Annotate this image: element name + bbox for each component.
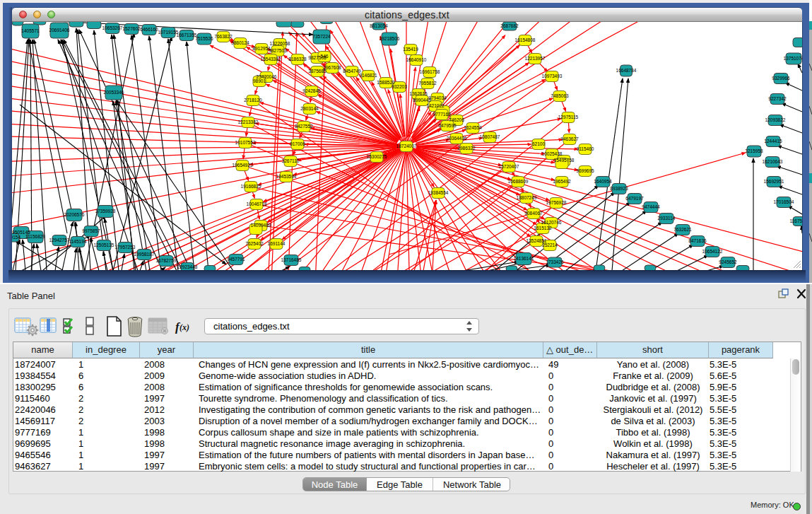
svg-text:9084067: 9084067 xyxy=(524,211,543,216)
svg-text:16671355: 16671355 xyxy=(177,33,197,37)
svg-text:18724007: 18724007 xyxy=(396,144,417,148)
svg-text:1405571: 1405571 xyxy=(21,28,40,33)
svg-text:6466160: 6466160 xyxy=(140,27,158,32)
svg-text:16648784: 16648784 xyxy=(616,68,637,73)
svg-text:9457791: 9457791 xyxy=(227,257,245,262)
svg-text:8454749: 8454749 xyxy=(343,69,361,74)
svg-text:10046718: 10046718 xyxy=(247,201,267,206)
svg-text:7625402: 7625402 xyxy=(245,241,264,246)
svg-text:9242845: 9242845 xyxy=(302,88,321,93)
svg-text:9329966: 9329966 xyxy=(772,76,790,81)
svg-text:1167535: 1167535 xyxy=(790,218,802,223)
svg-text:13751074: 13751074 xyxy=(784,56,802,61)
svg-text:3875685: 3875685 xyxy=(308,69,326,74)
svg-text:25300275: 25300275 xyxy=(367,154,387,159)
svg-text:1244415: 1244415 xyxy=(764,139,782,144)
svg-text:62100: 62100 xyxy=(532,141,545,146)
svg-text:2718120: 2718120 xyxy=(244,98,262,103)
svg-text:19958187: 19958187 xyxy=(134,252,155,257)
svg-text:9827503: 9827503 xyxy=(269,48,287,53)
svg-text:7955812: 7955812 xyxy=(418,81,437,86)
svg-text:9474444: 9474444 xyxy=(642,204,660,209)
svg-text:12093822: 12093822 xyxy=(765,117,786,122)
svg-text:7515526: 7515526 xyxy=(195,36,213,41)
svg-text:15720407: 15720407 xyxy=(499,164,519,169)
svg-text:16782759: 16782759 xyxy=(156,258,177,263)
svg-text:14136141: 14136141 xyxy=(514,256,534,261)
svg-text:9794034: 9794034 xyxy=(428,95,447,100)
svg-text:7632621: 7632621 xyxy=(673,227,692,232)
svg-text:917006: 917006 xyxy=(290,141,305,146)
svg-text:1615132: 1615132 xyxy=(534,226,552,230)
svg-text:19218506: 19218506 xyxy=(379,36,400,41)
svg-text:746206: 746206 xyxy=(449,117,464,122)
svg-text:13226058: 13226058 xyxy=(270,41,290,46)
svg-text:16961758: 16961758 xyxy=(420,69,440,74)
svg-text:12505135: 12505135 xyxy=(94,243,114,247)
svg-text:98901: 98901 xyxy=(253,78,266,83)
svg-text:8938923: 8938923 xyxy=(610,186,628,191)
svg-text:3215958: 3215958 xyxy=(745,148,763,153)
svg-text:17016504: 17016504 xyxy=(774,199,794,204)
svg-text:9146821: 9146821 xyxy=(359,73,377,78)
svg-text:15495758: 15495758 xyxy=(554,158,575,163)
svg-text:932203: 932203 xyxy=(392,84,407,89)
svg-text:8471636: 8471636 xyxy=(688,238,707,243)
svg-text:1421022: 1421022 xyxy=(426,103,445,108)
svg-text:20364436: 20364436 xyxy=(447,136,467,141)
svg-text:10807487: 10807487 xyxy=(480,134,500,139)
svg-text:10688609: 10688609 xyxy=(508,179,529,184)
svg-text:546: 546 xyxy=(321,54,329,59)
svg-text:19453594: 19453594 xyxy=(276,174,297,179)
svg-text:(x): (x) xyxy=(180,322,189,332)
svg-text:8427552: 8427552 xyxy=(295,124,313,129)
svg-text:10654122: 10654122 xyxy=(702,249,723,254)
svg-text:10025438: 10025438 xyxy=(542,151,563,156)
svg-text:2803144: 2803144 xyxy=(300,106,319,111)
svg-text:9463627: 9463627 xyxy=(560,136,579,141)
svg-text:19756928: 19756928 xyxy=(546,200,567,205)
svg-text:1362615: 1362615 xyxy=(409,91,428,96)
svg-text:8186328: 8186328 xyxy=(288,57,307,62)
svg-text:12923448: 12923448 xyxy=(177,264,198,269)
svg-text:1640954: 1640954 xyxy=(594,179,612,184)
svg-text:14099489: 14099489 xyxy=(251,223,271,228)
svg-text:1691144: 1691144 xyxy=(268,241,286,246)
svg-text:9115460: 9115460 xyxy=(577,146,594,151)
svg-text:18807249: 18807249 xyxy=(517,195,537,200)
svg-text:9245652: 9245652 xyxy=(719,259,737,264)
svg-text:252214: 252214 xyxy=(542,243,558,247)
svg-text:17359928: 17359928 xyxy=(95,209,116,214)
svg-text:20206576: 20206576 xyxy=(64,212,85,217)
svg-text:16154808: 16154808 xyxy=(515,37,536,42)
svg-text:9699695: 9699695 xyxy=(576,168,594,173)
svg-text:13716485: 13716485 xyxy=(281,257,302,262)
svg-text:11156829: 11156829 xyxy=(25,234,45,239)
svg-text:135419: 135419 xyxy=(403,47,418,52)
svg-text:1733426: 1733426 xyxy=(546,259,564,264)
svg-text:1527602: 1527602 xyxy=(122,26,141,31)
svg-text:1145194: 1145194 xyxy=(69,239,87,244)
svg-text:7357224: 7357224 xyxy=(312,34,331,39)
svg-text:10653267: 10653267 xyxy=(102,25,123,30)
svg-text:9777169: 9777169 xyxy=(433,112,451,117)
svg-text:15692951: 15692951 xyxy=(764,179,784,184)
svg-text:16120746: 16120746 xyxy=(541,220,562,225)
svg-text:10719155: 10719155 xyxy=(158,30,179,35)
svg-text:6479595: 6479595 xyxy=(438,123,457,128)
svg-text:8813054: 8813054 xyxy=(370,23,388,28)
svg-text:9975857: 9975857 xyxy=(82,228,100,233)
svg-text:20691406: 20691406 xyxy=(49,28,70,33)
svg-text:20053346: 20053346 xyxy=(104,90,124,95)
svg-text:12213382: 12213382 xyxy=(238,119,259,124)
svg-text:8912954: 8912954 xyxy=(252,46,271,51)
svg-text:2986322: 2986322 xyxy=(457,146,476,151)
svg-text:2933114: 2933114 xyxy=(658,216,676,221)
svg-text:18640910: 18640910 xyxy=(406,57,427,62)
svg-text:10107553: 10107553 xyxy=(235,140,256,145)
svg-text:12213957: 12213957 xyxy=(525,56,546,61)
svg-text:1624554: 1624554 xyxy=(464,125,482,130)
svg-text:3267110: 3267110 xyxy=(282,158,300,163)
svg-text:9227342: 9227342 xyxy=(768,96,787,101)
svg-text:7485063: 7485063 xyxy=(551,93,569,98)
